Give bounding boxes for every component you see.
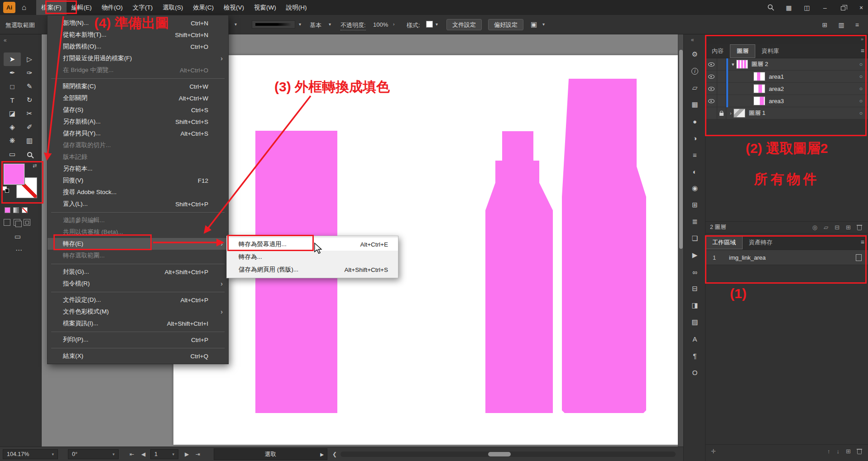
file-menu-item[interactable]: 列印(P)...Ctrl+P [48,334,228,346]
search-icon[interactable] [767,4,775,12]
opentype-panel-icon[interactable]: O [690,368,700,377]
screen-mode-icon[interactable]: ▭ [14,233,21,241]
target-circle-icon[interactable]: ○ [859,61,863,67]
layer-row[interactable]: area1○ [705,71,868,83]
file-menu-item[interactable]: 儲存拷貝(Y)...Alt+Ctrl+S [48,128,228,139]
locate-object-icon[interactable]: ◎ [812,224,817,231]
file-menu-item[interactable]: 另存新檔(A)...Shift+Ctrl+S [48,116,228,128]
lock-empty-cell[interactable] [717,71,726,83]
magenta-bottle-large[interactable] [562,79,646,413]
paintbrush-tool[interactable]: ✎ [21,80,38,93]
collapse-toolbar-icon[interactable]: « [4,37,7,43]
lock-empty-cell[interactable] [717,83,726,95]
scissors-tool[interactable]: ✂ [21,107,38,120]
lock-empty-cell[interactable] [717,95,726,107]
rotation-field[interactable]: 0°▾ [68,449,119,459]
layer-name[interactable]: 圖層 1 [749,109,859,117]
menubar-item-view[interactable]: 檢視(V) [219,0,249,15]
file-menu-item[interactable]: 文件色彩模式(M)› [48,306,228,318]
panel-dock-icon[interactable]: ▥ [839,21,844,29]
file-menu-item[interactable]: 全部關閉Alt+Ctrl+W [48,92,228,104]
menubar-item-type[interactable]: 文字(T) [128,0,158,15]
links-icon[interactable]: ∞ [690,267,700,276]
artboard-nav-field[interactable]: 1▾ [150,449,178,459]
stroke-icon[interactable]: ≡ [690,150,700,159]
expand-chevron-icon[interactable]: › [730,110,732,116]
menubar-item-effect[interactable]: 效果(C) [188,0,219,15]
direct-selection-tool[interactable]: ▷ [21,52,38,66]
file-menu-item[interactable]: 結束(X)Ctrl+Q [48,350,228,362]
new-sublayer-icon[interactable]: ⊟ [834,224,839,231]
menubar-item-select[interactable]: 選取(S) [158,0,188,15]
layer-row[interactable]: ›圖層 1○ [705,107,868,119]
default-fill-stroke-icon[interactable] [3,186,10,194]
pen-tool[interactable]: ✒ [4,66,21,80]
arrange-grid-icon[interactable]: ⊞ [822,21,828,29]
move-up-icon[interactable]: ↑ [827,448,830,455]
image-trace-icon[interactable]: ◨ [690,301,700,310]
graph-tool[interactable]: ▥ [21,134,38,147]
asset-export-icon[interactable]: ⊟ [690,284,700,293]
swatches-icon[interactable]: ▦ [690,100,700,109]
panel-tab-asset-export[interactable]: 資產轉存 [743,236,779,249]
panel-tab-properties[interactable]: 內容 [705,44,730,58]
draw-inside-icon[interactable] [24,219,30,226]
file-menu-item[interactable]: 檔案資訊(I)...Alt+Shift+Ctrl+I [48,318,228,329]
panel-tab-artboards[interactable]: 工作區域 [705,236,743,249]
paragraph-panel-icon[interactable]: ¶ [690,351,700,360]
file-menu-item[interactable]: 文件設定(D)...Alt+Ctrl+P [48,294,228,306]
move-down-icon[interactable]: ↓ [837,448,840,455]
file-menu-item[interactable]: 封裝(G)...Alt+Shift+Ctrl+P [48,266,228,278]
file-menu-item[interactable]: 另存範本... [48,163,228,175]
file-menu-item-export[interactable]: 轉存(E)› [48,238,228,250]
menubar-item-window[interactable]: 視窗(W) [249,0,281,15]
gradient-button[interactable] [13,207,19,213]
symbol-sprayer-tool[interactable]: ❋ [4,134,21,147]
expand-dock-icon[interactable]: « [691,37,694,43]
vertical-scrollbar-thumb[interactable] [679,50,683,249]
layer-name[interactable]: area2 [769,86,859,92]
visibility-eye-icon[interactable] [705,58,717,71]
preferences-button[interactable]: 偏好設定 [488,19,523,30]
file-menu-item[interactable]: 儲存(S)Ctrl+S [48,104,228,116]
zoom-tool[interactable] [21,147,38,161]
file-menu-item[interactable]: 從範本新增(T)...Shift+Ctrl+N [48,29,228,41]
file-menu-item[interactable]: 新增(N)...Ctrl+N [48,17,228,29]
collapse-dock-icon[interactable]: » [861,36,863,42]
file-menu-item[interactable]: 打開最近使用過的檔案(F)› [48,52,228,64]
fill-swatch[interactable] [4,164,24,185]
layer-row[interactable]: area2○ [705,83,868,95]
pattern-options-icon[interactable]: ⊞ [690,200,700,209]
type-tool[interactable]: T [4,93,21,107]
file-menu-item[interactable]: 搜尋 Adobe Stock... [48,186,228,198]
zoom-level-field[interactable]: 104.17%▾ [3,449,58,459]
minimize-icon[interactable]: – [821,4,829,12]
layer-row[interactable]: ▾圖層 2○ [705,58,868,71]
magenta-bottle-small[interactable] [485,131,553,413]
stroke-color-dropdown-icon[interactable]: ▾ [235,22,237,27]
style-dropdown-icon[interactable]: ▾ [436,22,438,27]
file-menu-item[interactable]: 關閉檔案(C)Ctrl+W [48,81,228,92]
visibility-eye-icon[interactable] [705,83,717,95]
close-window-icon[interactable]: × [857,4,865,12]
eyedropper-tool[interactable]: ✐ [21,120,38,134]
brush-definition[interactable]: 基本 [310,21,321,29]
menubar-item-object[interactable]: 物件(O) [97,0,128,15]
stroke-preview[interactable] [252,20,295,29]
swap-fill-stroke-icon[interactable]: ⇄ [33,163,37,169]
expand-chevron-icon[interactable]: ▾ [732,62,734,67]
brush-dropdown-icon[interactable]: ▾ [329,22,331,27]
eraser-tool[interactable]: ◪ [4,107,21,120]
arrange-documents-icon[interactable]: ▦ [785,4,793,12]
selection-tool[interactable]: ➤ [4,52,21,66]
align-icon[interactable]: ≣ [690,217,700,226]
target-circle-icon[interactable]: ○ [859,110,863,116]
layer-name[interactable]: area1 [769,73,859,80]
info-icon[interactable]: i [690,67,700,76]
target-circle-icon[interactable]: ○ [859,86,863,92]
menubar-item-file[interactable]: 檔案(F) [36,0,66,15]
select-similar-dropdown-icon[interactable]: ▾ [542,22,545,27]
layers-stack-icon[interactable]: ❏ [690,234,700,243]
new-layer-icon[interactable]: ⊞ [846,224,851,231]
file-menu-item[interactable]: 置入(L)...Shift+Ctrl+P [48,198,228,210]
